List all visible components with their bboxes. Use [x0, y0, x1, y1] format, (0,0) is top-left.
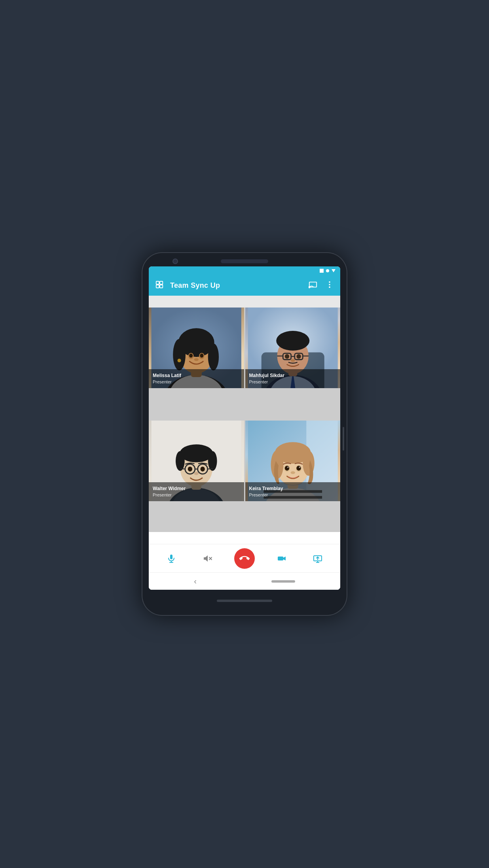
participant-label-mahfujul: Mahfujul Sikdar Presenter — [245, 369, 341, 388]
participant-label-walter: Walter Widmer Presenter — [149, 482, 244, 501]
svg-point-38 — [284, 354, 289, 359]
svg-line-54 — [208, 468, 213, 469]
back-or-home-icon[interactable] — [155, 280, 164, 291]
participant-role-mahfujul: Presenter — [249, 379, 337, 385]
svg-point-6 — [329, 281, 330, 283]
navigation-bar: ‹ — [149, 572, 340, 590]
status-arrow-icon — [332, 269, 335, 272]
bottom-spacer — [149, 532, 340, 544]
svg-point-57 — [194, 472, 199, 475]
phone-device: Team Sync Up — [142, 252, 347, 616]
svg-point-7 — [329, 284, 330, 285]
status-dot-icon — [326, 269, 329, 272]
participant-name-melissa: Melissa Latif — [153, 372, 240, 379]
phone-screen: Team Sync Up — [149, 266, 340, 590]
video-tile-mahfujul: Mahfujul Sikdar Presenter — [245, 308, 341, 388]
svg-point-21 — [200, 353, 203, 357]
svg-marker-78 — [204, 555, 208, 562]
video-grid: Melissa Latif Presenter — [149, 308, 340, 532]
svg-rect-75 — [170, 555, 172, 559]
svg-rect-81 — [278, 557, 283, 560]
svg-line-53 — [180, 468, 185, 469]
svg-point-32 — [276, 331, 309, 351]
svg-point-74 — [290, 471, 295, 474]
top-spacer — [149, 296, 340, 308]
speaker-button[interactable] — [199, 550, 216, 567]
svg-point-72 — [287, 466, 288, 468]
status-signal-icon — [320, 269, 324, 273]
svg-point-55 — [188, 466, 192, 471]
svg-point-20 — [189, 353, 193, 357]
svg-point-16 — [173, 339, 186, 370]
svg-point-39 — [296, 354, 301, 359]
end-call-button[interactable] — [234, 548, 255, 569]
phone-side-button — [343, 427, 344, 451]
main-content: Melissa Latif Presenter — [149, 296, 340, 590]
phone-bottom-bar — [217, 593, 272, 609]
svg-point-73 — [299, 466, 300, 468]
svg-rect-0 — [156, 281, 159, 284]
home-pill[interactable] — [271, 580, 295, 583]
participant-role-melissa: Presenter — [153, 379, 240, 385]
call-controls — [149, 544, 340, 572]
camera — [172, 259, 178, 264]
status-bar — [149, 266, 340, 275]
svg-rect-3 — [160, 285, 163, 287]
svg-marker-82 — [283, 557, 286, 560]
svg-point-23 — [194, 358, 199, 361]
svg-point-71 — [296, 466, 301, 470]
svg-point-56 — [200, 466, 205, 471]
phone-chin-pill — [217, 600, 272, 602]
participant-name-keira: Keira Tremblay — [249, 485, 337, 492]
back-button[interactable]: ‹ — [194, 577, 197, 586]
video-tile-walter: Walter Widmer Presenter — [149, 421, 244, 501]
svg-rect-1 — [156, 285, 159, 287]
svg-point-40 — [290, 359, 295, 362]
phone-top-bar — [149, 259, 340, 263]
video-tile-melissa: Melissa Latif Presenter — [149, 308, 244, 388]
cast-icon[interactable] — [309, 280, 317, 291]
participant-name-walter: Walter Widmer — [153, 485, 240, 492]
svg-point-70 — [284, 466, 289, 470]
share-screen-button[interactable] — [309, 550, 326, 567]
meeting-title: Team Sync Up — [170, 281, 302, 290]
participant-label-melissa: Melissa Latif Presenter — [149, 369, 244, 388]
svg-point-5 — [309, 286, 310, 288]
video-tile-keira: Keira Tremblay Presenter — [245, 421, 341, 501]
camera-button[interactable] — [273, 550, 290, 567]
participant-label-keira: Keira Tremblay Presenter — [245, 482, 341, 501]
app-bar: Team Sync Up — [149, 275, 340, 296]
more-options-icon[interactable] — [325, 280, 334, 291]
svg-point-49 — [208, 451, 217, 471]
svg-point-8 — [329, 286, 330, 288]
svg-point-22 — [178, 359, 181, 362]
participant-name-mahfujul: Mahfujul Sikdar — [249, 372, 337, 379]
svg-rect-2 — [160, 281, 163, 284]
svg-point-48 — [176, 451, 185, 471]
svg-point-47 — [180, 444, 213, 462]
participant-role-walter: Presenter — [153, 492, 240, 498]
app-bar-actions — [309, 280, 334, 291]
svg-point-17 — [208, 343, 219, 370]
participant-role-keira: Presenter — [249, 492, 337, 498]
speaker-grille — [221, 259, 268, 263]
microphone-button[interactable] — [163, 550, 180, 567]
